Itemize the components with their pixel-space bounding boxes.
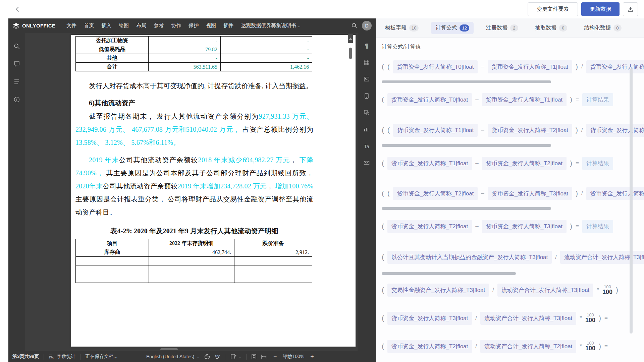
result-chip[interactable]: 计算结果 bbox=[582, 220, 613, 233]
word-count-control[interactable]: 123 字数统计 bbox=[49, 354, 75, 360]
operator: / bbox=[581, 127, 583, 133]
plain-text: 其主要原因是为公司本部及其子公司部分理财产品到期赎回所致， bbox=[104, 169, 313, 177]
about-icon[interactable] bbox=[13, 96, 20, 103]
field-chip[interactable]: 流动资产合计_发行人简称_T3|float bbox=[480, 312, 576, 325]
field-chip[interactable]: 货币资金_发行人简称_T3|float bbox=[488, 187, 572, 200]
plain-text: ， bbox=[267, 182, 273, 190]
doc-vertical-scrollbar[interactable] bbox=[349, 48, 352, 59]
language-selector[interactable]: English (United States) ⌄ bbox=[146, 354, 200, 359]
field-chip[interactable]: 货币资金_发行人简称_T2|float bbox=[488, 124, 572, 137]
doc-horizontal-scrollbar[interactable] bbox=[160, 348, 178, 350]
formula-row[interactable]: (以公计且其变动计入当期损益的金融资产_发行人简称_T3|float/流动资产合… bbox=[382, 251, 644, 263]
horizontal-scrollbar[interactable] bbox=[382, 272, 516, 275]
fit-page-icon[interactable] bbox=[251, 354, 257, 359]
spellcheck-icon[interactable]: ABC bbox=[215, 354, 221, 359]
item-label-cell: 低值易耗品 bbox=[76, 45, 149, 54]
zoom-in-icon[interactable]: + bbox=[309, 353, 315, 360]
formula-row[interactable]: (交易性金融资产_发行人简称_T3|float/流动资产合计_发行人简称_T3|… bbox=[382, 284, 644, 296]
formula-row[interactable]: (货币资金_发行人简称_T2|float/流动资产合计_发行人简称_T2|flo… bbox=[382, 340, 644, 353]
menu-item[interactable]: 布局 bbox=[132, 22, 150, 29]
menu-item[interactable]: 参考 bbox=[150, 22, 167, 29]
menu-item[interactable]: 首页 bbox=[80, 22, 98, 29]
parenthesis: ) bbox=[570, 222, 572, 230]
doc-scroll-up-button[interactable] bbox=[348, 34, 353, 43]
field-chip[interactable]: 货币资金_发行人简称_T1|float bbox=[586, 60, 644, 73]
menu-item[interactable]: 插件 bbox=[220, 22, 237, 29]
paragraph-settings-icon[interactable]: ¶ bbox=[363, 42, 370, 49]
field-chip[interactable]: 流动资产合计_发行人简称_T3|float bbox=[497, 284, 593, 297]
field-chip[interactable]: 货币资金_发行人简称_T1|float bbox=[482, 93, 567, 106]
tab-结构化数据[interactable]: 结构化数据0 bbox=[580, 22, 626, 34]
field-chip[interactable]: 货币资金_发行人简称_T2|float bbox=[586, 124, 644, 137]
tab-计算公式[interactable]: 计算公式12 bbox=[431, 22, 473, 34]
menu-item[interactable]: 插入 bbox=[98, 22, 115, 29]
field-chip[interactable]: 货币资金_发行人简称_T0|float bbox=[387, 93, 472, 106]
navigation-icon[interactable] bbox=[13, 78, 20, 85]
find-icon[interactable] bbox=[13, 43, 20, 50]
page-number-indicator[interactable]: 第3页共99页 bbox=[12, 354, 39, 360]
chart-settings-icon[interactable] bbox=[363, 126, 370, 133]
field-chip[interactable]: 货币资金_发行人简称_T2|float bbox=[387, 220, 472, 233]
value-cell: 1,462.16 bbox=[221, 63, 312, 71]
horizontal-scrollbar[interactable] bbox=[382, 80, 551, 83]
menu-item[interactable]: 文件 bbox=[63, 22, 80, 29]
text-art-settings-icon[interactable]: Ta bbox=[363, 143, 370, 149]
field-chip[interactable]: 货币资金_发行人简称_T3|float bbox=[586, 187, 644, 200]
field-chip[interactable]: 以公计且其变动计入当期损益的金融资产_发行人简称_T3|float bbox=[387, 251, 552, 264]
formula-row[interactable]: (货币资金_发行人简称_T3|float/流动资产合计_发行人简称_T3|flo… bbox=[382, 312, 644, 324]
table-settings-icon[interactable] bbox=[363, 59, 370, 66]
search-icon[interactable] bbox=[349, 21, 359, 31]
parenthesis: ) bbox=[576, 189, 578, 197]
horizontal-scrollbar[interactable] bbox=[382, 144, 551, 147]
menu-item[interactable]: 视图 bbox=[202, 22, 220, 29]
result-chip[interactable]: 计算结果 bbox=[582, 157, 613, 170]
menu-item[interactable]: 保护 bbox=[185, 22, 202, 29]
back-icon[interactable] bbox=[13, 5, 22, 14]
table-caption: 表4-29: 2020 年及2021 年9 月末发行人其他流动资产明细 bbox=[75, 225, 313, 238]
tab-注册数据[interactable]: 注册数据2 bbox=[482, 22, 523, 34]
field-chip[interactable]: 货币资金_发行人简称_T3|float bbox=[387, 312, 472, 325]
formula-row[interactable]: ((货币资金_发行人简称_T2|float–货币资金_发行人简称_T3|floa… bbox=[382, 187, 644, 200]
menu-item[interactable]: 绘图 bbox=[115, 22, 132, 29]
field-chip[interactable]: 货币资金_发行人简称_T1|float bbox=[488, 60, 572, 73]
download-button[interactable] bbox=[623, 2, 638, 16]
field-chip[interactable]: 货币资金_发行人简称_T2|float bbox=[393, 187, 478, 200]
user-avatar[interactable]: D bbox=[362, 21, 372, 31]
tab-模板字段[interactable]: 模板字段10 bbox=[381, 22, 423, 34]
document-page[interactable]: 委托加工物资--低值易耗品79.82-其他--合计563,511.651,462… bbox=[71, 35, 356, 347]
formula-row[interactable]: (货币资金_发行人简称_T1|float–货币资金_发行人简称_T2|float… bbox=[382, 157, 644, 170]
horizontal-scrollbar[interactable] bbox=[382, 207, 551, 210]
menu-item-document-title[interactable]: 达观数据债券募集说明书... bbox=[237, 22, 304, 29]
headers-footers-icon[interactable] bbox=[363, 93, 370, 99]
operator: = bbox=[576, 223, 579, 230]
document-canvas[interactable]: 委托加工物资--低值易耗品79.82-其他--合计563,511.651,462… bbox=[25, 33, 358, 351]
update-data-button[interactable]: 更新数据 bbox=[581, 2, 620, 16]
menu-item[interactable]: 协作 bbox=[167, 22, 185, 29]
field-chip[interactable]: 货币资金_发行人简称_T2|float bbox=[482, 157, 567, 170]
field-chip[interactable]: 货币资金_发行人简称_T2|float bbox=[387, 340, 472, 353]
field-chip[interactable]: 流动资产合计_发行人简称_T2|float bbox=[480, 340, 576, 353]
change-file-elements-button[interactable]: 变更文件要素 bbox=[528, 2, 578, 16]
fit-width-icon[interactable] bbox=[261, 354, 267, 359]
image-settings-icon[interactable] bbox=[363, 76, 370, 82]
zoom-level-indicator[interactable]: 缩放100% bbox=[283, 354, 305, 360]
field-chip[interactable]: 货币资金_发行人简称_T1|float bbox=[387, 157, 472, 170]
comments-icon[interactable] bbox=[13, 61, 20, 67]
plain-text: 占资产总额比例分别为 bbox=[240, 126, 313, 133]
field-chip[interactable]: 货币资金_发行人简称_T0|float bbox=[393, 60, 478, 73]
field-chip[interactable]: 交易性金融资产_发行人简称_T3|float bbox=[387, 284, 489, 297]
field-chip[interactable]: 货币资金_发行人简称_T1|float bbox=[393, 124, 478, 137]
set-language-globe-icon[interactable] bbox=[204, 354, 210, 360]
field-chip[interactable]: 货币资金_发行人简称_T3|float bbox=[482, 220, 567, 233]
panel-vertical-scrollbar[interactable] bbox=[630, 69, 633, 334]
shape-settings-icon[interactable] bbox=[363, 109, 370, 116]
result-chip[interactable]: 计算结果 bbox=[582, 93, 613, 106]
formula-row[interactable]: ((货币资金_发行人简称_T1|float–货币资金_发行人简称_T2|floa… bbox=[382, 124, 644, 136]
formula-row[interactable]: ((货币资金_发行人简称_T0|float–货币资金_发行人简称_T1|floa… bbox=[382, 60, 644, 73]
formula-row[interactable]: (货币资金_发行人简称_T0|float–货币资金_发行人简称_T1|float… bbox=[382, 93, 644, 106]
formula-row[interactable]: (货币资金_发行人简称_T2|float–货币资金_发行人简称_T3|float… bbox=[382, 220, 644, 233]
track-changes-control[interactable]: ⌄ bbox=[231, 354, 241, 359]
zoom-out-icon[interactable]: − bbox=[272, 353, 278, 360]
mail-merge-icon[interactable] bbox=[363, 160, 370, 166]
tab-抽取数据[interactable]: 抽取数据0 bbox=[531, 22, 572, 34]
